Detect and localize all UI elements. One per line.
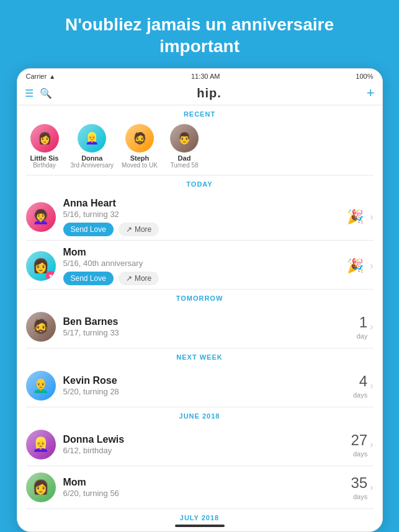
- recent-item-2[interactable]: 🧔 Steph Moved to UK: [121, 124, 158, 169]
- days-label-ben: day: [356, 332, 367, 340]
- avatar-donna: 👱‍♀️: [26, 430, 56, 459]
- recent-sub-3: Turned 58: [170, 162, 198, 169]
- item-name-ben: Ben Barnes: [63, 316, 352, 327]
- section-june: JUNE 2018: [17, 407, 382, 423]
- days-label-mom-june: days: [353, 493, 367, 500]
- recent-sub-1: 3rd Anniversary: [71, 162, 114, 169]
- recent-emoji-0: 👩: [38, 131, 52, 145]
- avatar-emoji-kevin: 👨‍🦲: [32, 378, 49, 394]
- item-name-mom-today: Mom: [63, 247, 347, 258]
- chevron-anna: ›: [370, 211, 373, 223]
- item-info-donna: Donna Lewis 6/12, birthday: [63, 434, 346, 455]
- item-info-ben: Ben Barnes 5/17, turning 33: [63, 316, 352, 337]
- list-item-kevin[interactable]: 👨‍🦲 Kevin Rose 5/20, turning 28 4 days ›: [17, 365, 382, 407]
- item-info-mom-june: Mom 6/20, turning 56: [63, 477, 346, 498]
- hamburger-icon[interactable]: ☰: [25, 87, 34, 99]
- more-mom[interactable]: ↗ More: [119, 272, 159, 285]
- avatar-emoji-ben: 🧔: [32, 319, 49, 335]
- heart-badge-mom: ♥: [46, 271, 56, 281]
- item-info-kevin: Kevin Rose 5/20, turning 28: [63, 375, 348, 396]
- avatar-emoji-donna: 👱‍♀️: [32, 437, 49, 453]
- section-tomorrow: TOMORROW: [17, 290, 382, 306]
- recent-avatar-2: 🧔: [125, 124, 154, 153]
- section-next-week: NEXT WEEK: [17, 348, 382, 365]
- item-sub-donna: 6/12, birthday: [63, 446, 346, 455]
- recent-sub-2: Moved to UK: [122, 162, 158, 169]
- headline: N'oubliez jamais un anniversaire importa…: [0, 0, 399, 68]
- recent-emoji-1: 👱‍♀️: [85, 131, 99, 145]
- more-anna[interactable]: ↗ More: [119, 223, 159, 236]
- item-sub-mom-june: 6/20, turning 56: [63, 489, 346, 498]
- battery-label: 100%: [356, 73, 373, 80]
- avatar-mom-june: 👩: [26, 472, 56, 502]
- list-item-ben[interactable]: 🧔 Ben Barnes 5/17, turning 33 1 day ›: [17, 306, 382, 348]
- avatar-anna: 👩‍🦱: [26, 202, 56, 232]
- nav-bar: ☰ 🔍 hip. +: [17, 82, 382, 105]
- days-number-ben: 1: [359, 314, 367, 331]
- status-left: Carrier ▲: [26, 73, 56, 80]
- item-right-kevin: 4 days: [353, 373, 367, 399]
- chevron-mom-june: ›: [370, 482, 373, 493]
- scroll-area: RECENT 👩 Little Sis Birthday 👱‍♀️ Donna …: [17, 105, 382, 520]
- recent-sub-0: Birthday: [33, 162, 56, 169]
- wifi-icon: ▲: [49, 73, 55, 80]
- search-icon[interactable]: 🔍: [40, 87, 52, 99]
- days-label-kevin: days: [353, 391, 367, 399]
- avatar-emoji-mom-june: 👩: [32, 479, 49, 495]
- recent-item-3[interactable]: 👨 Dad Turned 58: [166, 124, 203, 169]
- share-icon-mom: ↗: [126, 274, 132, 283]
- list-item-anna[interactable]: 👩‍🦱 Anna Heart 5/16, turning 32 Send Lov…: [17, 192, 382, 240]
- app-title: hip.: [52, 86, 367, 100]
- recent-avatar-0: 👩: [30, 124, 59, 153]
- recent-item-1[interactable]: 👱‍♀️ Donna 3rd Anniversary: [71, 124, 114, 169]
- item-actions-anna: Send Love ↗ More: [63, 223, 347, 236]
- item-sub-kevin: 5/20, turning 28: [63, 387, 348, 396]
- item-right-donna: 27 days: [351, 432, 367, 458]
- days-label-donna: days: [353, 450, 367, 458]
- home-indicator: [17, 520, 382, 531]
- days-number-kevin: 4: [359, 373, 367, 390]
- recent-avatar-3: 👨: [170, 124, 199, 153]
- avatar-emoji-mom-today: 👩: [32, 258, 49, 274]
- item-right-ben: 1 day: [356, 314, 367, 340]
- share-icon-anna: ↗: [126, 225, 132, 234]
- recent-avatar-1: 👱‍♀️: [78, 124, 106, 153]
- avatar-mom-today: 👩 ♥: [26, 251, 56, 281]
- chevron-ben: ›: [370, 321, 373, 332]
- carrier-label: Carrier: [26, 73, 47, 80]
- avatar-ben: 🧔: [26, 312, 56, 342]
- item-name-mom-june: Mom: [63, 477, 346, 488]
- device-frame: Carrier ▲ 11:30 AM 100% ☰ 🔍 hip. + RECEN…: [17, 68, 383, 532]
- item-info-mom-today: Mom 5/16, 40th anniversary Send Love ↗ M…: [63, 247, 347, 285]
- days-number-mom-june: 35: [351, 474, 367, 492]
- item-right-mom-june: 35 days: [351, 474, 367, 500]
- chevron-donna: ›: [370, 439, 373, 450]
- recent-item-0[interactable]: 👩 Little Sis Birthday: [26, 124, 63, 169]
- recent-row: 👩 Little Sis Birthday 👱‍♀️ Donna 3rd Ann…: [17, 122, 382, 175]
- status-bar: Carrier ▲ 11:30 AM 100%: [17, 69, 382, 82]
- days-number-donna: 27: [351, 432, 367, 449]
- recent-name-0: Little Sis: [30, 154, 59, 162]
- recent-name-3: Dad: [178, 154, 191, 162]
- recent-name-2: Steph: [130, 154, 150, 162]
- item-name-kevin: Kevin Rose: [63, 375, 348, 386]
- item-name-donna: Donna Lewis: [63, 434, 346, 445]
- more-label-mom: More: [135, 274, 151, 283]
- party-icon-anna: 🎉: [347, 209, 364, 225]
- chevron-mom-today: ›: [370, 260, 373, 272]
- send-love-mom[interactable]: Send Love: [63, 272, 114, 285]
- item-right-mom-today: 🎉 ›: [347, 258, 373, 274]
- party-icon-mom: 🎉: [347, 258, 364, 274]
- list-item-mom-june[interactable]: 👩 Mom 6/20, turning 56 35 days ›: [17, 466, 382, 508]
- list-item-mom-today[interactable]: 👩 ♥ Mom 5/16, 40th anniversary Send Love…: [17, 241, 382, 289]
- send-love-anna[interactable]: Send Love: [63, 223, 114, 236]
- section-july: JULY 2018: [17, 509, 382, 520]
- add-button[interactable]: +: [367, 85, 375, 101]
- recent-name-1: Donna: [81, 154, 102, 162]
- item-actions-mom-today: Send Love ↗ More: [63, 272, 347, 285]
- recent-emoji-2: 🧔: [133, 131, 146, 145]
- item-sub-anna: 5/16, turning 32: [63, 210, 347, 219]
- item-name-anna: Anna Heart: [63, 198, 347, 209]
- list-item-donna[interactable]: 👱‍♀️ Donna Lewis 6/12, birthday 27 days …: [17, 423, 382, 466]
- item-right-anna: 🎉 ›: [347, 209, 373, 225]
